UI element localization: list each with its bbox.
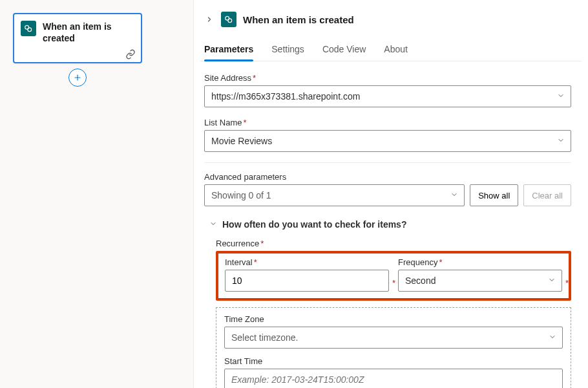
recurrence-label-text: Recurrence — [216, 239, 259, 248]
list-name-label-text: List Name — [204, 118, 242, 127]
frequency-value: Second — [405, 275, 436, 286]
show-all-button[interactable]: Show all — [470, 184, 518, 206]
advanced-parameters-value: Showing 0 of 1 — [211, 190, 271, 200]
panel-tabs: Parameters Settings Code View About — [200, 40, 582, 61]
required-asterisk: * — [392, 278, 395, 288]
required-asterisk: * — [254, 257, 257, 267]
frequency-label: Frequency* — [398, 257, 562, 267]
chevron-down-icon — [209, 219, 217, 230]
recurrence-label: Recurrence* — [216, 239, 571, 248]
interval-input[interactable] — [225, 270, 389, 292]
tab-code-view[interactable]: Code View — [322, 40, 366, 61]
trigger-node-title: When an item is created — [43, 21, 133, 44]
required-asterisk: * — [565, 278, 569, 288]
required-asterisk: * — [244, 118, 247, 127]
recurrence-section-toggle[interactable]: How often do you want to check for items… — [209, 219, 571, 230]
properties-panel: When an item is created Parameters Setti… — [194, 0, 588, 388]
link-icon — [125, 49, 136, 59]
frequency-select[interactable]: Second — [398, 270, 562, 292]
clear-all-button: Clear all — [523, 184, 571, 206]
timezone-value: Select timezone. — [231, 332, 299, 343]
add-step-button[interactable] — [68, 69, 87, 87]
list-name-select[interactable]: Movie Reviews — [204, 130, 571, 152]
required-asterisk: * — [260, 239, 264, 248]
flow-canvas: When an item is created — [0, 0, 194, 388]
site-address-label-text: Site Address — [204, 73, 251, 83]
site-address-select[interactable]: https://m365x373381.sharepoint.com — [204, 85, 571, 107]
tab-settings[interactable]: Settings — [271, 40, 304, 61]
trigger-node-card[interactable]: When an item is created — [13, 13, 142, 63]
tab-parameters[interactable]: Parameters — [204, 40, 253, 61]
required-asterisk: * — [439, 257, 442, 267]
advanced-parameters-label: Advanced parameters — [204, 172, 571, 182]
collapse-panel-button[interactable] — [204, 14, 215, 25]
svg-point-1 — [28, 28, 32, 32]
panel-title: When an item is created — [243, 14, 354, 25]
list-name-label: List Name* — [204, 118, 571, 127]
interval-frequency-highlight: Interval* * Frequency* — [216, 251, 571, 301]
sharepoint-icon — [221, 12, 236, 27]
svg-point-5 — [228, 19, 232, 23]
sharepoint-icon — [21, 21, 36, 36]
advanced-parameters-select[interactable]: Showing 0 of 1 — [204, 184, 465, 206]
recurrence-section-title: How often do you want to check for items… — [222, 219, 406, 230]
tab-about[interactable]: About — [384, 40, 408, 61]
timezone-label: Time Zone — [224, 314, 563, 324]
interval-label-text: Interval — [225, 257, 253, 267]
frequency-label-text: Frequency — [398, 257, 437, 267]
parameters-form: Site Address* https://m365x373381.sharep… — [200, 61, 575, 388]
starttime-label: Start Time — [224, 356, 563, 366]
starttime-input[interactable] — [224, 369, 563, 388]
timezone-select[interactable]: Select timezone. — [224, 327, 563, 349]
required-asterisk: * — [253, 73, 256, 83]
site-address-value: https://m365x373381.sharepoint.com — [211, 91, 360, 102]
interval-label: Interval* — [225, 257, 389, 267]
list-name-value: Movie Reviews — [211, 136, 272, 146]
site-address-label: Site Address* — [204, 73, 571, 83]
recurrence-details: Time Zone Select timezone. Start Time — [216, 307, 571, 388]
